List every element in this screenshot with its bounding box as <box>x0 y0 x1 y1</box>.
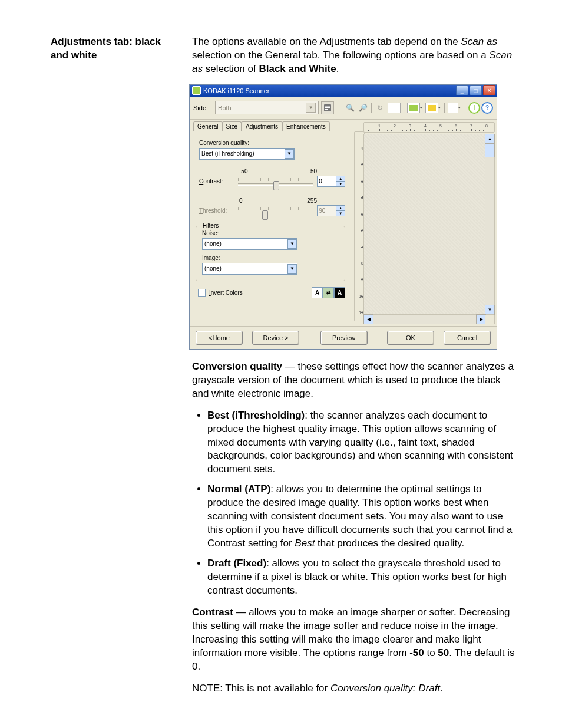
text: that produces the desired quality. <box>315 538 464 549</box>
body-text: Conversion quality — these settings effe… <box>192 360 515 696</box>
bullet-normal: Normal (ATP): allows you to determine th… <box>207 483 515 551</box>
text: . <box>336 63 339 74</box>
ruler-vertical-wrap: 1234567891011 <box>354 122 363 324</box>
cancel-button[interactable]: Cancel <box>444 331 491 345</box>
svg-rect-3 <box>325 109 328 110</box>
text-bold: Normal (ATP) <box>207 483 270 495</box>
svg-rect-1 <box>325 106 330 107</box>
spinner-buttons[interactable]: ▲▼ <box>336 176 345 187</box>
page-green-icon[interactable] <box>407 103 420 113</box>
right-column: The options available on the Adjustments… <box>192 35 515 703</box>
text: selection on the General tab. The follow… <box>192 50 489 61</box>
text-bold: -50 <box>409 647 424 658</box>
device-button[interactable]: Device > <box>252 331 299 345</box>
slider-max: 255 <box>307 197 317 204</box>
page-tool-icon[interactable] <box>448 103 458 113</box>
page-icon[interactable] <box>388 103 401 113</box>
chevron-down-icon[interactable]: ▾ <box>420 106 424 110</box>
bullet-draft: Draft (Fixed): allows you to select the … <box>207 557 515 598</box>
settings-icon-button[interactable] <box>321 101 334 114</box>
chevron-down-icon: ▼ <box>287 239 297 249</box>
tab-content: Conversion quality: Best (iThresholding)… <box>193 131 348 303</box>
help-icon[interactable]: ? <box>481 102 493 114</box>
info-icon[interactable]: i <box>468 102 480 114</box>
invert-colors-label: Invert Colors <box>209 289 243 296</box>
invert-a-white-icon: A <box>312 287 323 298</box>
tab-size[interactable]: Size <box>222 121 242 131</box>
svg-rect-2 <box>325 107 330 108</box>
maximize-button[interactable]: □ <box>470 85 482 95</box>
contrast-label: Contrast: <box>199 178 238 185</box>
chevron-down-icon[interactable]: ▾ <box>458 106 462 110</box>
chevron-down-icon: ▼ <box>306 103 316 113</box>
page-yellow-icon[interactable] <box>425 103 438 113</box>
scroll-left-icon[interactable]: ◀ <box>363 314 373 324</box>
contrast-paragraph: Contrast — allows you to make an image s… <box>192 606 515 674</box>
image-select[interactable]: (none) ▼ <box>202 263 297 275</box>
intro-paragraph: The options available on the Adjustments… <box>192 35 515 76</box>
chevron-down-icon: ▼ <box>287 264 297 274</box>
text-em: Best <box>295 538 315 549</box>
slider-min: 0 <box>239 197 243 204</box>
chevron-down-icon: ▼ <box>285 149 294 159</box>
bullet-best: Best (iThresholding): the scanner analyz… <box>207 409 515 477</box>
tab-adjustments[interactable]: Adjustments <box>241 121 283 131</box>
preview-canvas[interactable]: ▲ ▼ ◀ ▶ <box>363 134 495 324</box>
scroll-corner <box>485 315 494 324</box>
scroll-up-icon[interactable]: ▲ <box>485 134 495 144</box>
text: NOTE: This is not available for <box>192 683 330 694</box>
image-label: Image: <box>202 255 340 261</box>
swap-icon: ⇄ <box>323 287 334 298</box>
conversion-quality-paragraph: Conversion quality — these settings effe… <box>192 360 515 401</box>
minimize-button[interactable]: _ <box>456 85 468 95</box>
text: to <box>424 647 438 658</box>
threshold-spinner[interactable]: 90 <box>317 205 336 216</box>
rotate-icon[interactable]: ↻ <box>375 103 385 113</box>
filters-fieldset: Filters Noise: (none) ▼ Image: (none) ▼ <box>196 226 345 281</box>
bullet-list: Best (iThresholding): the scanner analyz… <box>192 409 515 598</box>
side-value: Both <box>218 104 232 111</box>
tab-general[interactable]: General <box>193 121 223 131</box>
conversion-quality-select[interactable]: Best (iThresholding) ▼ <box>199 148 295 160</box>
noise-label: Noise: <box>202 230 340 236</box>
button-bar: < Home Device > Preview OK Cancel <box>190 326 497 349</box>
screenshot-window: KODAK i1120 Scanner _ □ × Side: Both ▼ <box>189 84 497 350</box>
title-bar: KODAK i1120 Scanner _ □ × <box>190 85 497 97</box>
zoom-out-icon[interactable]: 🔎 <box>358 103 368 113</box>
text: . <box>440 683 443 694</box>
slider-max: 50 <box>310 168 317 174</box>
ok-button[interactable]: OK <box>387 331 434 345</box>
scroll-right-icon[interactable]: ▶ <box>476 314 486 324</box>
scroll-thumb[interactable] <box>485 143 495 157</box>
contrast-slider[interactable] <box>238 177 313 185</box>
note-paragraph: NOTE: This is not available for Conversi… <box>192 682 515 696</box>
invert-colors-checkbox[interactable] <box>198 289 206 297</box>
home-button[interactable]: < Home <box>196 331 243 345</box>
text-em: Conversion quality: Draft <box>330 683 440 694</box>
spinner-buttons[interactable]: ▲▼ <box>336 205 345 216</box>
select-value: (none) <box>204 241 222 247</box>
contrast-spinner[interactable]: 0 <box>317 176 336 187</box>
filters-legend: Filters <box>201 222 220 229</box>
invert-preview: A ⇄ A <box>312 287 345 298</box>
preview-button[interactable]: Preview <box>320 331 368 345</box>
app-icon <box>192 86 201 95</box>
page: Adjustments tab: black and white The opt… <box>0 0 562 728</box>
window-title: KODAK i1120 Scanner <box>203 87 270 94</box>
text-bold: Draft (Fixed) <box>207 558 266 569</box>
close-button[interactable]: × <box>483 85 495 95</box>
tab-enhancements[interactable]: Enhancements <box>282 121 330 131</box>
side-dropdown[interactable]: Both ▼ <box>215 101 319 114</box>
side-label: Side: <box>193 104 208 111</box>
threshold-slider[interactable] <box>238 206 313 215</box>
text: selection of <box>203 63 259 74</box>
text-bold: 50 <box>438 647 449 658</box>
noise-select[interactable]: (none) ▼ <box>202 238 297 250</box>
scrollbar-horizontal[interactable]: ◀ ▶ <box>364 314 494 324</box>
scroll-down-icon[interactable]: ▼ <box>485 305 495 315</box>
chevron-down-icon[interactable]: ▾ <box>438 106 442 110</box>
zoom-in-icon[interactable]: 🔍 <box>345 103 355 113</box>
text-bold: Contrast <box>192 607 233 618</box>
invert-colors-row: Invert Colors A ⇄ A <box>198 287 345 298</box>
scrollbar-vertical[interactable]: ▲ ▼ <box>485 134 494 314</box>
